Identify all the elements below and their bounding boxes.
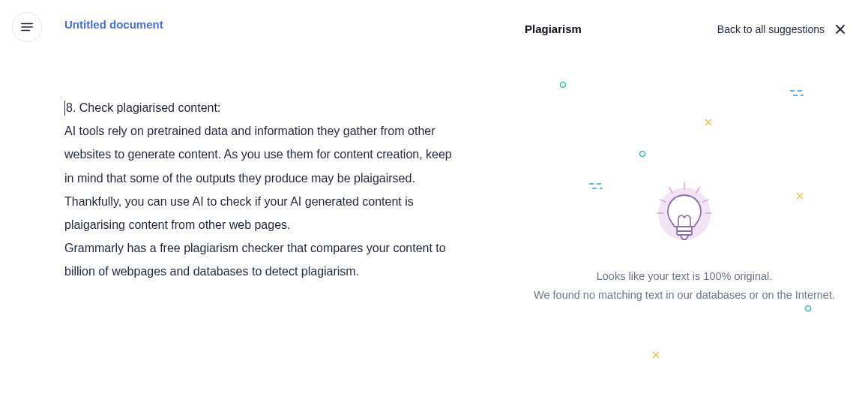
result-line: We found no matching text in our databas…	[516, 286, 853, 305]
menu-button[interactable]	[12, 12, 42, 42]
svg-line-17	[696, 188, 699, 193]
close-button[interactable]	[835, 24, 846, 35]
menu-icon	[20, 22, 34, 32]
decoration-lines	[589, 182, 609, 191]
text-cursor	[64, 101, 65, 116]
svg-line-19	[703, 200, 708, 202]
decoration-lines	[790, 89, 810, 98]
svg-point-10	[640, 152, 645, 157]
document-title[interactable]: Untitled document	[64, 18, 163, 31]
back-to-suggestions-link[interactable]: Back to all suggestions	[717, 23, 825, 35]
plagiarism-panel: Plagiarism Back to all suggestions	[501, 0, 868, 415]
svg-point-5	[561, 83, 566, 88]
result-line: Looks like your text is 100% original.	[516, 267, 853, 286]
decoration-sparkle	[652, 351, 660, 359]
editor-content[interactable]: 8. Check plagiarised content:AI tools re…	[64, 96, 462, 308]
lightbulb-icon	[654, 182, 714, 249]
panel-actions: Back to all suggestions	[717, 23, 846, 35]
svg-line-18	[660, 200, 666, 202]
panel-header: Plagiarism Back to all suggestions	[525, 23, 846, 35]
plagiarism-result: Looks like your text is 100% original. W…	[501, 267, 868, 305]
svg-line-16	[669, 188, 672, 193]
editor-paragraph: 8. Check plagiarised content:AI tools re…	[64, 96, 462, 236]
decoration-sparkle	[796, 192, 804, 200]
close-icon	[835, 24, 846, 35]
editor-paragraph: Grammarly has a free plagiarism checker …	[64, 236, 462, 283]
decoration-circle	[804, 305, 812, 312]
decoration-sparkle	[705, 119, 712, 126]
illustration	[501, 68, 868, 263]
svg-point-24	[806, 306, 811, 311]
panel-title: Plagiarism	[525, 23, 582, 35]
decoration-circle	[559, 81, 567, 89]
decoration-circle	[639, 150, 646, 158]
